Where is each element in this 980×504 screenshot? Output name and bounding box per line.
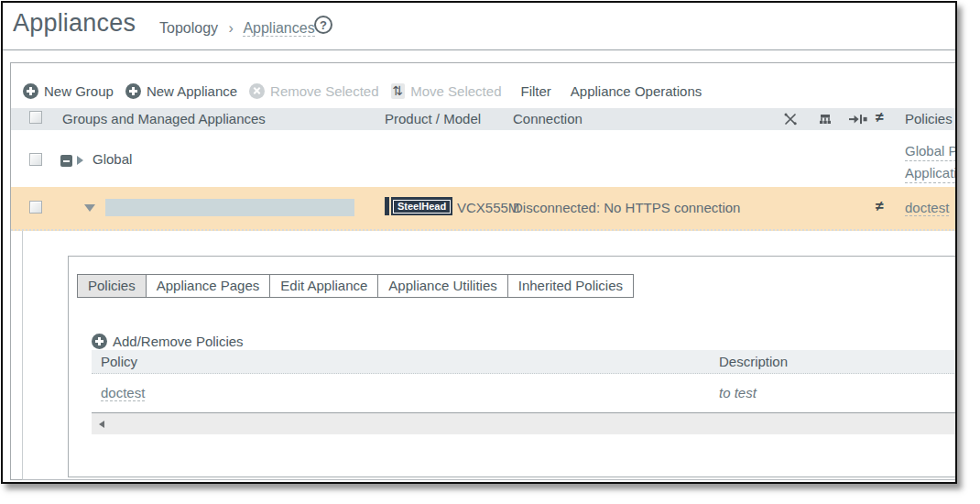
appliance-policy-link[interactable]: doctest <box>905 200 949 216</box>
add-remove-policies-button[interactable]: Add/Remove Policies <box>92 334 244 349</box>
group-row-global[interactable]: Global Global Pa Applicatio <box>11 130 957 187</box>
table-header-row: Groups and Managed Appliances Product / … <box>11 108 957 130</box>
badge-box: SteelHead <box>391 197 452 215</box>
move-updown-icon: ⇅ <box>391 83 406 99</box>
x-circle-icon <box>249 83 265 99</box>
description-column-header: Description <box>719 354 788 369</box>
push-config-icon <box>848 112 865 126</box>
appliances-panel: New Group New Appliance Remove Selected … <box>10 62 957 480</box>
app-window: Appliances Topology › Appliances ? New G… <box>1 1 957 484</box>
group-policies-cell: Global Pa Applicatio <box>905 141 957 185</box>
breadcrumb-separator: › <box>229 20 234 36</box>
select-all-checkbox[interactable] <box>29 111 42 124</box>
connection-status: Disconnected: No HTTPS connection <box>513 200 740 215</box>
new-group-label: New Group <box>44 83 114 99</box>
badge-bar <box>385 197 389 215</box>
new-group-button[interactable]: New Group <box>23 83 114 99</box>
row-checkbox[interactable] <box>29 201 42 214</box>
badge-label: SteelHead <box>393 200 451 214</box>
breadcrumb: Topology › Appliances <box>159 20 315 37</box>
policy-description: to test <box>719 385 757 400</box>
screenshot-stage: Appliances Topology › Appliances ? New G… <box>0 0 980 504</box>
appliance-operations-button[interactable]: Appliance Operations <box>571 83 702 99</box>
tab-edit-appliance[interactable]: Edit Appliance <box>269 274 378 298</box>
tab-appliance-utilities[interactable]: Appliance Utilities <box>377 274 507 298</box>
network-icon <box>817 112 833 126</box>
not-equal-status-icon: ≠ <box>876 198 884 214</box>
breadcrumb-parent: Topology <box>159 20 218 36</box>
horizontal-scrollbar[interactable] <box>92 412 957 434</box>
help-icon[interactable]: ? <box>314 16 332 34</box>
policy-table-header: Policy Description <box>92 350 957 374</box>
tab-inherited-policies[interactable]: Inherited Policies <box>507 274 634 298</box>
plus-circle-icon <box>125 83 141 99</box>
appliance-name-redacted <box>105 199 354 216</box>
collapse-caret-icon[interactable] <box>84 204 95 212</box>
expanded-detail-region: PoliciesAppliance PagesEdit ApplianceApp… <box>22 231 957 480</box>
policy-link[interactable]: Global Pa <box>905 141 957 161</box>
group-name[interactable]: Global <box>93 151 132 167</box>
appliance-detail-panel: PoliciesAppliance PagesEdit ApplianceApp… <box>68 256 957 477</box>
policy-column-header: Policy <box>101 354 137 369</box>
add-remove-policies-label: Add/Remove Policies <box>113 334 244 349</box>
appliance-model: VCX555M <box>457 200 519 215</box>
new-appliance-button[interactable]: New Appliance <box>125 83 237 99</box>
remove-selected-button: Remove Selected <box>249 83 378 99</box>
policy-table: Policy Description doctest to test <box>92 350 957 434</box>
move-selected-button: ⇅ Move Selected <box>391 83 502 99</box>
tab-appliance-pages[interactable]: Appliance Pages <box>146 274 271 298</box>
new-appliance-label: New Appliance <box>147 83 237 99</box>
collapse-group-icon[interactable] <box>60 155 72 167</box>
column-groups: Groups and Managed Appliances <box>62 111 266 126</box>
page-header: Appliances Topology › Appliances ? <box>3 3 955 50</box>
policy-table-row: doctest to test <box>92 374 957 412</box>
remove-selected-label: Remove Selected <box>270 83 378 99</box>
row-checkbox[interactable] <box>29 153 42 166</box>
filter-button[interactable]: Filter <box>520 83 550 99</box>
expand-caret-icon[interactable] <box>77 156 83 165</box>
steelhead-badge: SteelHead <box>385 197 452 215</box>
policy-link[interactable]: Applicatio <box>905 163 957 183</box>
move-selected-label: Move Selected <box>410 83 501 99</box>
tools-icon <box>782 112 799 126</box>
column-product-model: Product / Model <box>385 111 481 126</box>
scroll-left-arrow-icon[interactable] <box>99 421 104 428</box>
plus-circle-icon <box>23 83 38 99</box>
policy-name-link[interactable]: doctest <box>101 385 145 401</box>
column-policies: Policies <box>905 111 953 126</box>
column-connection: Connection <box>513 111 583 126</box>
toolbar: New Group New Appliance Remove Selected … <box>23 78 957 104</box>
not-equal-icon: ≠ <box>876 109 884 126</box>
detail-tab-strip: PoliciesAppliance PagesEdit ApplianceApp… <box>78 274 634 298</box>
breadcrumb-current[interactable]: Appliances <box>243 20 314 37</box>
tab-policies[interactable]: Policies <box>77 274 147 298</box>
page-title: Appliances <box>13 9 136 38</box>
appliance-row-selected[interactable]: SteelHead VCX555M Disconnected: No HTTPS… <box>11 187 957 231</box>
plus-circle-icon <box>92 334 107 349</box>
